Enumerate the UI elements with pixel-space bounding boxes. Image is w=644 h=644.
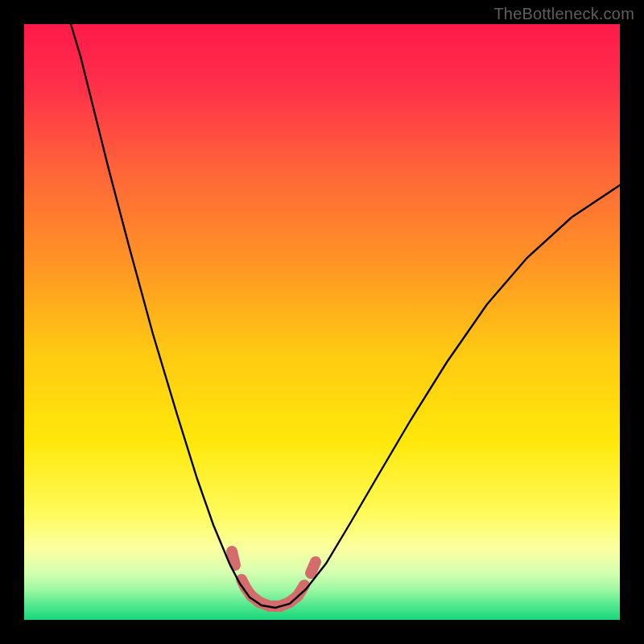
watermark-text: TheBottleneck.com [493, 5, 634, 23]
bottleneck-curve [71, 24, 620, 608]
trough-marker-group [232, 551, 316, 606]
trough-marker-segment [311, 562, 316, 573]
trough-marker-segment [232, 551, 235, 565]
plot-area [24, 24, 620, 620]
chart-frame: TheBottleneck.com [0, 0, 644, 644]
curve-layer [24, 24, 620, 620]
